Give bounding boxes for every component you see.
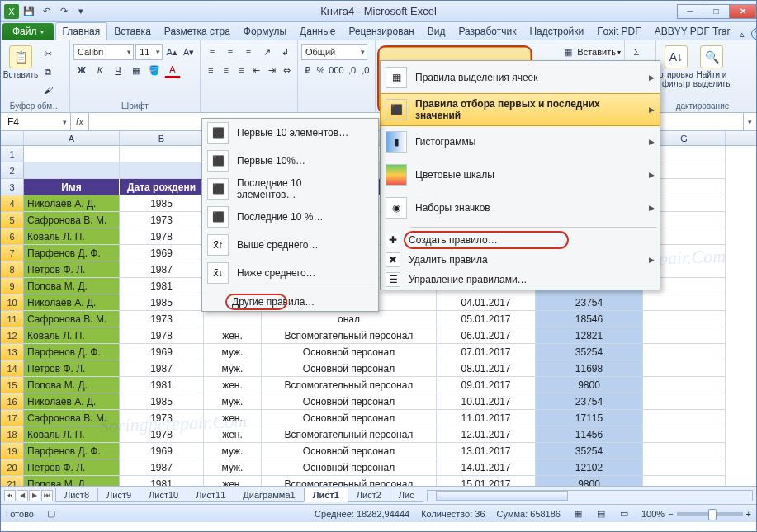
tab-view[interactable]: Вид [421, 23, 452, 40]
cell[interactable] [643, 393, 726, 410]
cell[interactable]: 23754 [536, 393, 643, 410]
cell[interactable]: муж. [204, 459, 262, 476]
number-format-combo[interactable]: Общий [301, 44, 367, 60]
sheet-prev-icon[interactable]: ◀ [17, 490, 28, 501]
sheet-tab[interactable]: Лист8 [55, 488, 98, 502]
view-break-icon[interactable]: ▭ [618, 508, 630, 520]
zoom-slider[interactable] [677, 512, 743, 516]
indent-inc-icon[interactable]: ⇥ [265, 62, 279, 78]
cell[interactable]: 1969 [120, 443, 204, 459]
cf-clear-rules[interactable]: ✖Удалить правила▶ [381, 250, 660, 270]
cell[interactable]: 08.01.2017 [437, 360, 536, 377]
copy-icon[interactable]: ⧉ [40, 64, 56, 80]
cell[interactable]: 35254 [536, 443, 643, 459]
cell[interactable]: 05.01.2017 [437, 311, 536, 327]
row-head[interactable]: 21 [1, 476, 24, 486]
cell[interactable]: 1987 [120, 360, 204, 377]
row-head[interactable]: 8 [1, 261, 24, 278]
cell[interactable]: Коваль Л. П. [24, 426, 120, 443]
row-head[interactable]: 15 [1, 377, 24, 393]
tab-foxit[interactable]: Foxit PDF [590, 23, 647, 40]
cell[interactable]: Попова М. Д. [24, 377, 120, 393]
italic-icon[interactable]: К [92, 62, 108, 78]
view-layout-icon[interactable]: ▤ [595, 508, 607, 520]
sheet-tab[interactable]: Лис [390, 488, 423, 502]
minimize-button[interactable]: ─ [677, 4, 703, 19]
cf-top-bottom[interactable]: ⬛Правила отбора первых и последних значе… [380, 93, 660, 126]
sort-filter-button[interactable]: A↓ ртировка фильтр [660, 42, 693, 101]
cell[interactable]: 12102 [536, 459, 643, 476]
cell[interactable]: Парфенов Д. Ф. [24, 443, 120, 459]
align-left-icon[interactable]: ≡ [204, 62, 218, 78]
cell[interactable] [643, 311, 726, 327]
cell[interactable]: 11456 [536, 426, 643, 443]
top10-items[interactable]: ⬛Первые 10 элементов… [202, 119, 378, 147]
font-name-combo[interactable]: Calibri [73, 44, 134, 60]
row-head[interactable]: 10 [1, 294, 24, 311]
cell[interactable]: 06.01.2017 [437, 327, 536, 344]
cell[interactable]: 1981 [120, 476, 204, 486]
merge-icon[interactable]: ⇔ [281, 62, 295, 78]
cell[interactable]: муж. [204, 344, 262, 360]
cell[interactable] [643, 360, 726, 377]
cell[interactable]: Вспомогательный персонал [262, 377, 437, 393]
align-mid-icon[interactable]: ≡ [222, 44, 239, 60]
cell[interactable]: муж. [204, 393, 262, 410]
sheet-last-icon[interactable]: ⏭ [41, 490, 53, 501]
row-head[interactable]: 9 [1, 278, 24, 294]
cf-highlight-cells[interactable]: ▦Правила выделения ячеек▶ [381, 61, 660, 94]
cell[interactable]: Сафронова В. М. [24, 212, 120, 228]
cell[interactable]: жен. [204, 426, 262, 443]
row-head[interactable]: 17 [1, 410, 24, 426]
row-head[interactable]: 12 [1, 327, 24, 344]
row-head[interactable]: 2 [1, 162, 24, 179]
sheet-next-icon[interactable]: ▶ [29, 490, 40, 501]
cell[interactable] [643, 410, 726, 426]
more-rules[interactable]: Другие правила… [202, 293, 378, 311]
row-head[interactable]: 18 [1, 426, 24, 443]
cell[interactable]: 13.01.2017 [437, 443, 536, 459]
cell[interactable]: 1981 [120, 278, 204, 294]
cell[interactable]: Петров Ф. Л. [24, 261, 120, 278]
currency-icon[interactable]: ₽ [301, 62, 313, 78]
row-head[interactable]: 6 [1, 228, 24, 245]
wrap-text-icon[interactable]: ↲ [277, 44, 293, 60]
indent-dec-icon[interactable]: ⇤ [250, 62, 264, 78]
cell[interactable]: 11.01.2017 [437, 410, 536, 426]
cell[interactable] [643, 476, 726, 486]
sheet-first-icon[interactable]: ⏮ [4, 490, 16, 501]
qat-more-icon[interactable]: ▾ [73, 4, 88, 19]
help-icon[interactable]: ? [751, 28, 757, 40]
inc-decimal-icon[interactable]: ,0 [347, 62, 358, 78]
cell[interactable]: 1978 [120, 228, 204, 245]
top10-pct[interactable]: ⬛Первые 10%… [202, 147, 378, 175]
row-head[interactable]: 4 [1, 195, 24, 212]
col-head-B[interactable]: B [120, 131, 204, 145]
bold-icon[interactable]: Ж [73, 62, 90, 78]
zoom-in-icon[interactable]: + [746, 509, 751, 519]
cell[interactable] [120, 146, 204, 162]
sheet-tab[interactable]: Лист11 [187, 488, 234, 502]
row-head[interactable]: 1 [1, 146, 24, 162]
maximize-button[interactable]: □ [703, 4, 730, 19]
orientation-icon[interactable]: ↗ [258, 44, 275, 60]
grow-font-icon[interactable]: A▴ [164, 44, 180, 60]
cell[interactable]: 04.01.2017 [437, 294, 536, 311]
cell[interactable]: 10.01.2017 [437, 393, 536, 410]
tab-data[interactable]: Данные [293, 23, 342, 40]
cell[interactable]: онал [262, 311, 437, 327]
cell[interactable]: 09.01.2017 [437, 377, 536, 393]
bottom10-items[interactable]: ⬛Последние 10 элементов… [202, 175, 378, 203]
cell[interactable]: Петров Ф. Л. [24, 360, 120, 377]
cell[interactable] [24, 162, 120, 179]
autosum-icon[interactable]: Σ [628, 44, 645, 60]
zoom-control[interactable]: 100% − + [641, 509, 751, 519]
cell[interactable] [120, 162, 204, 179]
tab-home[interactable]: Главная [55, 22, 108, 40]
cell[interactable]: 1969 [120, 245, 204, 261]
cell[interactable] [204, 311, 262, 327]
cell[interactable]: 1978 [120, 426, 204, 443]
cell[interactable]: 1987 [120, 261, 204, 278]
cell[interactable] [643, 426, 726, 443]
row-head[interactable]: 14 [1, 360, 24, 377]
